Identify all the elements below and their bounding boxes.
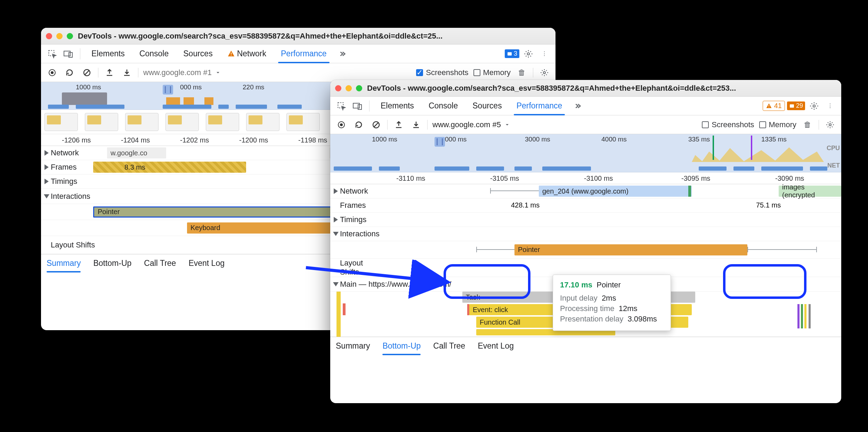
chevron-down-icon: [215, 70, 221, 75]
screenshots-label: Screenshots: [712, 120, 754, 129]
track-network[interactable]: Network: [41, 148, 107, 157]
memory-checkbox[interactable]: Memory: [759, 120, 796, 129]
tab-elements[interactable]: Elements: [374, 97, 420, 115]
issues-icon: [507, 51, 512, 57]
pointer-delay-right: [747, 249, 817, 250]
tab-network[interactable]: Network: [221, 44, 273, 63]
track-layout-shifts[interactable]: Layout Shifts: [41, 241, 107, 250]
thumbnail[interactable]: [286, 113, 320, 131]
thumbnail[interactable]: [85, 113, 118, 131]
annotation-highlight-right: [723, 264, 806, 299]
issues-badge[interactable]: 29: [787, 101, 805, 110]
tab-performance[interactable]: Performance: [510, 97, 569, 115]
settings-icon[interactable]: [807, 99, 821, 113]
issues-badge[interactable]: 3: [505, 49, 519, 58]
traffic-lights[interactable]: [46, 33, 73, 39]
device-toggle-icon[interactable]: [350, 99, 364, 113]
track-frames[interactable]: Frames: [330, 201, 386, 210]
toolbar-settings-icon[interactable]: [824, 119, 836, 131]
thumbnail[interactable]: [165, 113, 199, 131]
svg-line-22: [306, 268, 441, 282]
thumbnail[interactable]: [44, 113, 78, 131]
tab-console[interactable]: Console: [422, 97, 464, 115]
screenshots-checkbox[interactable]: Screenshots: [702, 120, 754, 129]
svg-rect-1: [64, 51, 70, 56]
clear-button[interactable]: [370, 119, 382, 131]
warning-badge[interactable]: 41: [763, 101, 785, 111]
record-button[interactable]: [335, 119, 348, 131]
panel-tabs-b: Elements Console Sources Performance 41 …: [330, 97, 841, 115]
network-item[interactable]: w.google.co: [107, 147, 166, 158]
trash-icon[interactable]: 🗑: [801, 119, 814, 131]
tab-elements[interactable]: Elements: [85, 44, 131, 63]
device-toggle-icon[interactable]: [61, 47, 75, 61]
issues-count: 3: [514, 50, 517, 57]
inspect-icon[interactable]: [334, 99, 348, 113]
pointer-bar[interactable]: Pointer: [514, 244, 747, 255]
svg-point-19: [340, 123, 343, 126]
tab-performance[interactable]: Performance: [275, 44, 333, 63]
overview-b[interactable]: 1000 ms 000 ms 3000 ms 4000 ms 335 ms 13…: [330, 134, 841, 172]
tab-summary[interactable]: Summary: [336, 337, 370, 355]
tab-sources[interactable]: Sources: [466, 97, 508, 115]
thumbnail[interactable]: [125, 113, 159, 131]
toolbar-settings-icon[interactable]: [538, 66, 551, 79]
ruler-tick: -3110 ms: [396, 174, 425, 182]
settings-icon[interactable]: [521, 47, 535, 61]
annotation-highlight-left: [444, 264, 530, 299]
frame-bar[interactable]: 8.3 ms: [93, 162, 246, 173]
memory-label: Memory: [483, 68, 511, 77]
download-icon[interactable]: [121, 66, 133, 79]
memory-label: Memory: [769, 120, 796, 129]
ruler-b[interactable]: -3110 ms -3105 ms -3100 ms -3095 ms -309…: [330, 172, 841, 184]
tab-sources[interactable]: Sources: [177, 44, 219, 63]
reload-button[interactable]: [352, 119, 365, 131]
track-network[interactable]: Network: [330, 187, 386, 196]
profile-select[interactable]: www.google.com #1: [143, 68, 221, 77]
tab-call-tree[interactable]: Call Tree: [144, 254, 176, 272]
overview-tick: 1000 ms: [372, 136, 397, 143]
tooltip-val: 2ms: [602, 294, 616, 302]
record-button[interactable]: [46, 66, 58, 79]
chevron-down-icon: [504, 122, 510, 128]
upload-icon[interactable]: [103, 66, 116, 79]
thumbnail[interactable]: [246, 113, 279, 131]
kebab-icon[interactable]: ⋮: [537, 47, 551, 61]
network-item[interactable]: images (encrypted: [779, 186, 841, 197]
more-tabs-icon[interactable]: [335, 47, 349, 61]
tab-summary[interactable]: Summary: [47, 254, 81, 272]
overview-handle[interactable]: [163, 85, 173, 95]
network-item[interactable]: gen_204 (www.google.com): [539, 186, 692, 197]
track-timings[interactable]: Timings: [41, 177, 107, 186]
track-timings[interactable]: Timings: [330, 215, 386, 224]
tab-event-log[interactable]: Event Log: [188, 254, 225, 272]
tab-bottom-up[interactable]: Bottom-Up: [382, 337, 421, 355]
screenshots-checkbox[interactable]: ✓Screenshots: [416, 68, 468, 77]
tab-bottom-up[interactable]: Bottom-Up: [93, 254, 131, 272]
frame-value: 8.3 ms: [124, 163, 145, 171]
download-icon[interactable]: [410, 119, 422, 131]
traffic-lights[interactable]: [335, 85, 362, 91]
memory-checkbox[interactable]: Memory: [473, 68, 511, 77]
profile-label: www.google.com #5: [432, 120, 501, 129]
profile-select[interactable]: www.google.com #5: [432, 120, 510, 129]
trash-icon[interactable]: 🗑: [516, 66, 528, 79]
tab-console[interactable]: Console: [133, 44, 175, 63]
track-interactions[interactable]: Interactions: [41, 192, 107, 201]
track-interactions[interactable]: Interactions: [330, 229, 386, 238]
more-tabs-icon[interactable]: [570, 99, 584, 113]
upload-icon[interactable]: [392, 119, 405, 131]
kebab-icon[interactable]: ⋮: [823, 99, 837, 113]
tooltip-key: Presentation delay: [560, 315, 623, 323]
overview-tick: 1000 ms: [76, 83, 101, 91]
inspect-icon[interactable]: [45, 47, 59, 61]
pointer-bar[interactable]: Pointer: [93, 206, 357, 218]
reload-button[interactable]: [63, 66, 76, 79]
ruler-tick: -3100 ms: [584, 174, 613, 182]
overview-handle[interactable]: [435, 137, 445, 147]
clear-button[interactable]: [81, 66, 93, 79]
tab-call-tree[interactable]: Call Tree: [433, 337, 465, 355]
thumbnail[interactable]: [206, 113, 239, 131]
tab-event-log[interactable]: Event Log: [478, 337, 514, 355]
svg-rect-3: [231, 52, 232, 55]
